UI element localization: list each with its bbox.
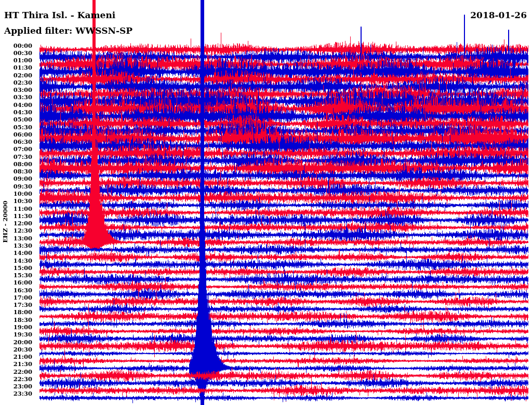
time-label: 00:00 (0, 43, 32, 49)
helicorder-screen: HT Thira Isl. - Kameni Applied filter: W… (0, 0, 532, 405)
time-label: 12:30 (0, 227, 32, 234)
time-label: 13:00 (0, 235, 32, 242)
time-label: 11:00 (0, 206, 32, 212)
time-label: 00:30 (0, 50, 32, 57)
time-label: 03:30 (0, 94, 32, 101)
time-label: 19:00 (0, 324, 32, 331)
filter-label: Applied filter: WWSSN-SP (4, 25, 132, 36)
time-label: 09:00 (0, 176, 32, 182)
time-label: 04:30 (0, 109, 32, 116)
time-label: 21:00 (0, 354, 32, 360)
time-label: 14:30 (0, 258, 32, 264)
time-label: 18:30 (0, 317, 32, 323)
time-label: 10:00 (0, 191, 32, 197)
time-label: 05:30 (0, 124, 32, 131)
time-label: 11:30 (0, 213, 32, 220)
time-label: 22:30 (0, 376, 32, 383)
time-label: 15:30 (0, 272, 32, 279)
time-label: 23:00 (0, 383, 32, 390)
seismogram-canvas (0, 0, 532, 405)
time-label: 20:30 (0, 346, 32, 353)
time-label: 06:30 (0, 139, 32, 145)
time-label: 07:00 (0, 146, 32, 153)
time-label: 02:00 (0, 72, 32, 79)
time-label: 18:00 (0, 309, 32, 316)
time-label: 21:30 (0, 361, 32, 368)
time-label: 23:30 (0, 390, 32, 397)
time-label: 16:00 (0, 279, 32, 286)
time-label: 16:30 (0, 287, 32, 294)
time-label: 22:00 (0, 369, 32, 375)
time-label: 03:00 (0, 87, 32, 93)
time-label: 05:00 (0, 116, 32, 123)
time-label: 09:30 (0, 183, 32, 190)
time-label: 20:00 (0, 339, 32, 346)
time-label: 15:00 (0, 265, 32, 272)
time-label: 02:30 (0, 79, 32, 86)
time-label: 08:00 (0, 161, 32, 168)
time-label: 06:00 (0, 131, 32, 138)
time-label: 17:30 (0, 302, 32, 308)
time-label: 13:30 (0, 242, 32, 249)
time-label: 14:00 (0, 250, 32, 256)
time-label: 01:00 (0, 57, 32, 64)
date-label: 2018-01-26 (470, 10, 527, 20)
time-label: 04:00 (0, 102, 32, 109)
time-label: 08:30 (0, 168, 32, 175)
time-label: 19:30 (0, 331, 32, 338)
time-label: 01:30 (0, 64, 32, 71)
station-title: HT Thira Isl. - Kameni (4, 10, 115, 20)
time-label: 10:30 (0, 198, 32, 205)
time-label: 12:00 (0, 220, 32, 227)
time-label: 17:00 (0, 294, 32, 301)
time-label: 07:30 (0, 154, 32, 160)
